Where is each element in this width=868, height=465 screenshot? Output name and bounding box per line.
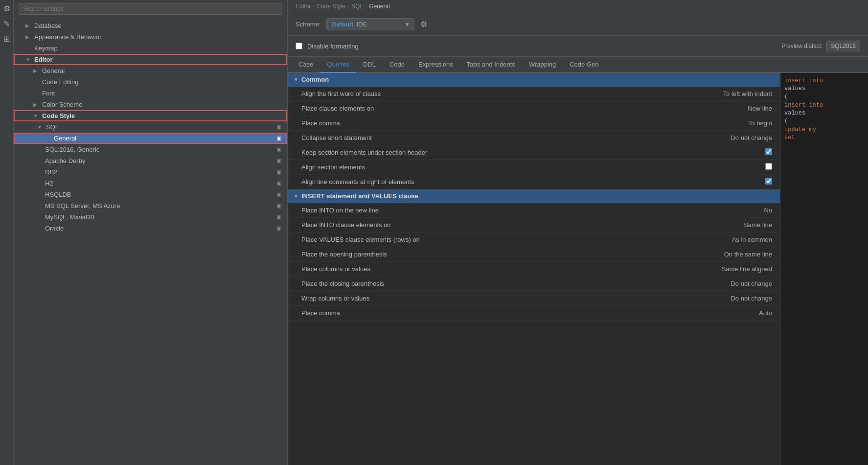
sidebar-label-sql: SQL xyxy=(46,123,274,131)
sidebar-label-general: General xyxy=(42,67,281,74)
tab-tabs-indents[interactable]: Tabs and Indents xyxy=(460,57,522,73)
row-place-columns-values: Place columns or values Same line aligne… xyxy=(288,262,780,277)
tool-icon-2[interactable]: ✎ xyxy=(3,19,10,28)
label-collapse-short: Collapse short statement xyxy=(301,134,674,141)
tab-queries[interactable]: Queries xyxy=(320,57,356,73)
tabs-row: Case Queries DDL Code Expressions Tabs a… xyxy=(288,57,868,73)
value-place-closing-paren[interactable]: Do not change xyxy=(674,280,772,287)
label-place-into-new-line: Place INTO on the new line xyxy=(301,207,674,214)
scheme-label: Scheme: xyxy=(296,21,320,28)
sidebar-item-database[interactable]: ▶ Database xyxy=(14,20,287,31)
hsqldb-file-icon: ▣ xyxy=(276,191,281,198)
value-align-line-comments[interactable] xyxy=(674,178,772,186)
code-preview-line-3: ( xyxy=(782,93,866,100)
sidebar-item-appearance[interactable]: ▶ Appearance & Behavior xyxy=(14,31,287,43)
breadcrumb-sep-3: › xyxy=(365,3,367,10)
sidebar-label-appearance: Appearance & Behavior xyxy=(34,33,281,41)
settings-panel: ▶ Database ▶ Appearance & Behavior Keyma… xyxy=(14,0,288,465)
search-input[interactable] xyxy=(19,3,282,15)
sidebar-item-db2[interactable]: DB2 ▣ xyxy=(14,166,287,178)
label-place-clause-elements: Place clause elements on xyxy=(301,105,674,112)
tool-icon-3[interactable]: ⊞ xyxy=(3,34,10,44)
value-place-values-clause[interactable]: As in common xyxy=(674,236,772,243)
collapse-common-icon: ▼ xyxy=(294,77,298,82)
checkbox-align-line-comments[interactable] xyxy=(765,178,772,185)
arrow-color-scheme: ▶ xyxy=(33,102,39,107)
sidebar-item-oracle[interactable]: Oracle ▣ xyxy=(14,223,287,234)
tab-expressions[interactable]: Expressions xyxy=(411,57,460,73)
mysql-file-icon: ▣ xyxy=(276,214,281,220)
checkbox-align-section-elements[interactable] xyxy=(765,163,772,170)
sidebar-item-font[interactable]: Font xyxy=(14,88,287,99)
sidebar-label-apache-derby: Apache Derby xyxy=(45,157,274,164)
tab-code[interactable]: Code xyxy=(383,57,411,73)
disable-formatting-checkbox[interactable] xyxy=(296,43,302,49)
section-insert[interactable]: ▼ INSERT statement and VALUES clause xyxy=(288,189,780,203)
scheme-row: Scheme: Default IDE ▾ ⚙ xyxy=(288,13,868,36)
sidebar-item-sql[interactable]: ▼ SQL ▣ xyxy=(14,121,287,133)
split-content: ▼ Common Align the first word of clause … xyxy=(288,73,868,465)
label-place-into-clause: Place INTO clause elements on xyxy=(301,221,674,229)
value-align-section-elements[interactable] xyxy=(674,163,772,171)
sidebar-item-code-style[interactable]: ▼ Code Style xyxy=(14,110,287,121)
value-place-clause-elements[interactable]: New line xyxy=(674,105,772,112)
checkbox-keep-section-elements[interactable] xyxy=(765,148,772,155)
sidebar-item-general[interactable]: ▶ General xyxy=(14,65,287,76)
breadcrumb-sql: SQL xyxy=(351,3,363,10)
sidebar-label-mysql: MySQL, MariaDB xyxy=(45,213,274,221)
section-common-label: Common xyxy=(301,76,329,83)
sidebar-item-mysql[interactable]: MySQL, MariaDB ▣ xyxy=(14,211,287,223)
tab-wrapping[interactable]: Wrapping xyxy=(522,57,563,73)
row-insert-place-comma: Place comma Auto xyxy=(288,306,780,321)
value-place-columns-values[interactable]: Same line aligned xyxy=(674,265,772,273)
section-insert-label: INSERT statement and VALUES clause xyxy=(301,192,418,200)
value-collapse-short[interactable]: Do not change xyxy=(674,134,772,141)
value-place-opening-paren[interactable]: On the same line xyxy=(674,251,772,258)
sidebar-label-code-editing: Code Editing xyxy=(42,78,281,86)
code-keyword-2: insert into xyxy=(784,102,823,109)
value-place-comma[interactable]: To begin xyxy=(674,119,772,127)
tab-code-gen[interactable]: Code Gen xyxy=(563,57,605,73)
value-insert-place-comma[interactable]: Auto xyxy=(674,309,772,317)
preview-dialect-label: Preview dialect: xyxy=(781,43,822,49)
label-keep-section-elements: Keep section elements under section head… xyxy=(301,149,674,156)
value-wrap-columns-values[interactable]: Do not change xyxy=(674,295,772,302)
dialect-value[interactable]: SQL2016 xyxy=(826,41,860,51)
sidebar-item-color-scheme[interactable]: ▶ Color Scheme xyxy=(14,99,287,110)
scheme-type: IDE xyxy=(356,21,367,28)
tab-case[interactable]: Case xyxy=(292,57,320,73)
sidebar-label-oracle: Oracle xyxy=(45,225,274,232)
value-keep-section-elements[interactable] xyxy=(674,148,772,157)
value-place-into-new-line[interactable]: No xyxy=(674,207,772,214)
sidebar-item-sql2016[interactable]: SQL:2016, Generic ▣ xyxy=(14,144,287,155)
sql-file-icon: ▣ xyxy=(276,124,281,130)
sidebar-label-general-sql: General xyxy=(54,135,274,142)
sidebar-item-code-editing[interactable]: Code Editing xyxy=(14,76,287,88)
breadcrumb-code-style: Code Style xyxy=(317,3,345,10)
arrow-code-style: ▼ xyxy=(33,113,39,118)
sidebar-item-editor[interactable]: ▼ Editor xyxy=(14,54,287,65)
sidebar-label-hsqldb: HSQLDB xyxy=(45,191,274,198)
gear-icon[interactable]: ⚙ xyxy=(420,20,427,29)
sidebar-item-apache-derby[interactable]: Apache Derby ▣ xyxy=(14,155,287,166)
sidebar-item-general-sql[interactable]: General ▣ xyxy=(14,133,287,144)
code-preview-line-10: set xyxy=(782,134,866,141)
sidebar-item-keymap[interactable]: Keymap xyxy=(14,43,287,54)
row-align-line-comments: Align line comments at right of elements xyxy=(288,175,780,189)
scheme-dropdown[interactable]: Default IDE ▾ xyxy=(326,18,414,30)
tool-icon-1[interactable]: ⚙ xyxy=(3,4,10,13)
value-place-into-clause[interactable]: Same line xyxy=(674,221,772,229)
sidebar-label-keymap: Keymap xyxy=(34,45,281,52)
row-place-values-clause: Place VALUES clause elements (rows) on A… xyxy=(288,232,780,247)
sidebar-item-ms-sql[interactable]: MS SQL Server, MS Azure ▣ xyxy=(14,200,287,211)
tab-ddl[interactable]: DDL xyxy=(356,57,383,73)
preview-dialect: Preview dialect: SQL2016 xyxy=(781,41,860,51)
section-common[interactable]: ▼ Common xyxy=(288,73,780,87)
label-wrap-columns-values: Wrap columns or values xyxy=(301,295,674,302)
value-align-first-word[interactable]: To left with indent xyxy=(674,90,772,97)
sidebar-item-h2[interactable]: H2 ▣ xyxy=(14,178,287,189)
general-sql-file-icon: ▣ xyxy=(276,135,281,141)
sidebar-item-hsqldb[interactable]: HSQLDB ▣ xyxy=(14,189,287,200)
search-container xyxy=(14,0,287,18)
disable-formatting-label: Disable formatting xyxy=(307,43,359,50)
